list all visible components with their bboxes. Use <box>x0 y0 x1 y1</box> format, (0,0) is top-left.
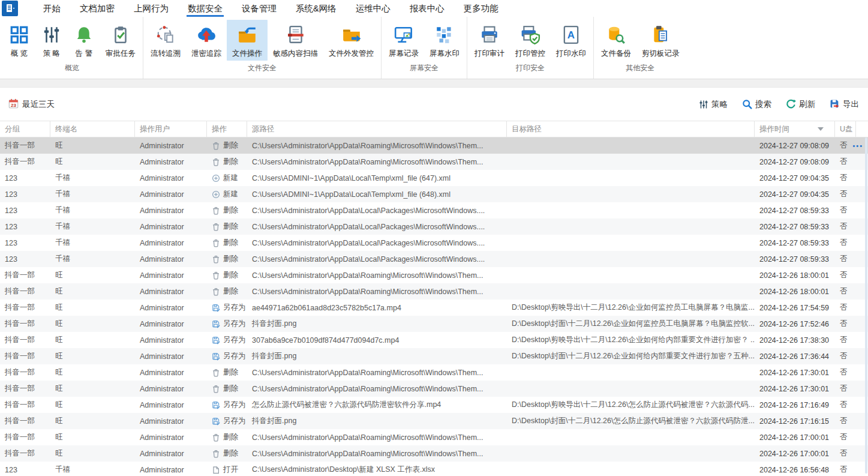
leak-cloud-icon <box>196 24 217 46</box>
cell-user: Administrator <box>135 369 207 377</box>
trace-cycle-icon <box>155 24 176 46</box>
column-header-group[interactable]: 分组 <box>0 121 50 137</box>
search-action-button[interactable]: 搜索 <box>742 99 771 110</box>
cell-usb: 否 <box>835 384 856 394</box>
cell-group: 抖音一部 <box>0 416 50 426</box>
cell-time: 2024-12-26 17:30:01 <box>755 369 835 377</box>
export-action-button[interactable]: 导出 <box>830 99 859 110</box>
cell-dst: D:\Desktop\封面\十二月\12.26\企业如何监控员工电脑屏幕？电脑监… <box>507 319 755 329</box>
table-row[interactable]: 抖音一部旺Administrator删除C:\Users\Administrat… <box>0 445 868 462</box>
ribbon-group-buttons: 打印审计打印管控A打印水印 <box>469 17 591 61</box>
column-header-terminal[interactable]: 终端名 <box>50 121 135 137</box>
trash-icon <box>212 255 220 264</box>
cell-terminal: 旺 <box>50 400 135 410</box>
table-row[interactable]: 抖音一部旺Administrator另存为抖音封面.pngD:\Desktop\… <box>0 413 868 429</box>
menu-tab-1[interactable]: 开始 <box>34 0 70 17</box>
trash-icon <box>212 369 220 377</box>
table-row[interactable]: 抖音一部旺Administrator删除C:\Users\Administrat… <box>0 154 868 170</box>
menu-tab-6[interactable]: 系统&网络 <box>286 0 346 17</box>
ribbon-button-alert-bell[interactable]: 告 警 <box>68 20 100 61</box>
table-row[interactable]: 抖音一部旺Administrator删除C:\Users\Administrat… <box>0 283 868 300</box>
menu-tab-3[interactable]: 上网行为 <box>124 0 178 17</box>
table-row[interactable]: 抖音一部旺Administrator删除C:\Users\Administrat… <box>0 381 868 397</box>
ribbon-button-clipboard-record[interactable]: 剪切板记录 <box>636 20 685 61</box>
table-row[interactable]: 抖音一部旺Administrator另存为怎么防止源代码被泄密？六款源代码防泄密… <box>0 397 868 413</box>
column-header-time[interactable]: 操作时间 <box>755 121 835 137</box>
column-header-user[interactable]: 操作用户 <box>135 121 207 137</box>
table-row[interactable]: 抖音一部旺Administrator另存为307ab6a9ce7b0109df8… <box>0 332 868 348</box>
ribbon-group-1: 概 览策 略告 警审批任务概览 <box>1 17 143 79</box>
cell-usb: 否 <box>835 254 856 264</box>
ribbon: 概 览策 略告 警审批任务概览流转追溯泄密追踪文件操作敏感内容扫描文件外发管控文… <box>0 17 868 79</box>
save-as-icon <box>212 336 220 345</box>
save-as-icon <box>212 352 220 361</box>
ribbon-button-leak-cloud[interactable]: 泄密追踪 <box>186 20 227 61</box>
cell-op: 删除 <box>207 432 247 442</box>
table-row[interactable]: 抖音一部旺Administrator另存为抖音封面.pngD:\Desktop\… <box>0 316 868 332</box>
ribbon-button-screen-watermark[interactable]: 屏幕水印 <box>424 20 465 61</box>
table-row[interactable]: 抖音一部旺Administrator删除C:\Users\Administrat… <box>0 267 868 283</box>
column-header-usb[interactable]: U盘 <box>835 121 856 137</box>
cell-usb: 否 <box>835 157 856 167</box>
ribbon-button-screen-record[interactable]: 屏幕记录 <box>383 20 424 61</box>
ribbon-button-overview-grid[interactable]: 概 览 <box>3 20 35 61</box>
ribbon-button-trace-cycle[interactable]: 流转追溯 <box>145 20 186 61</box>
ribbon-button-print-control[interactable]: 打印管控 <box>510 20 551 61</box>
file-outgoing-icon <box>341 24 362 46</box>
ribbon-button-file-backup[interactable]: 文件备份 <box>596 20 636 61</box>
cell-src: C:\Users\Administrator\AppData\Local\Pac… <box>247 223 507 231</box>
cell-usb: 否 <box>835 448 856 459</box>
column-header-src[interactable]: 源路径 <box>247 121 507 137</box>
screen-watermark-icon <box>434 24 455 46</box>
table-row[interactable]: 抖音一部旺Administrator另存为抖音封面.pngD:\Desktop\… <box>0 348 868 364</box>
ribbon-group-buttons: 概 览策 略告 警审批任务 <box>3 17 141 61</box>
ribbon-button-print-watermark[interactable]: A打印水印 <box>551 20 591 61</box>
table-row[interactable]: 123千禧Administrator删除C:\Users\Administrat… <box>0 235 868 251</box>
ribbon-button-policy-sliders[interactable]: 策 略 <box>35 20 68 61</box>
ribbon-button-label: 打印水印 <box>556 50 586 58</box>
table-row[interactable]: 123千禧Administrator新建C:\Users\ADMINI~1\Ap… <box>0 170 868 186</box>
column-header-label: 操作 <box>212 124 227 134</box>
cell-op: 删除 <box>207 367 247 378</box>
menu-tab-4[interactable]: 数据安全 <box>178 0 232 17</box>
cell-group: 抖音一部 <box>0 432 50 442</box>
menu-tab-8[interactable]: 报表中心 <box>400 0 454 17</box>
table-row[interactable]: 123千禧Administrator删除C:\Users\Administrat… <box>0 218 868 235</box>
ribbon-button-label: 泄密追踪 <box>191 50 221 58</box>
menu-tab-7[interactable]: 运维中心 <box>346 0 400 17</box>
table-row[interactable]: 123千禧Administrator打开C:\Users\Administrat… <box>0 462 868 476</box>
cell-terminal: 千禧 <box>50 238 135 248</box>
table-row[interactable]: 抖音一部旺Administrator删除C:\Users\Administrat… <box>0 137 868 154</box>
ribbon-button-file-ops-folder[interactable]: 文件操作 <box>227 20 268 61</box>
table-row[interactable]: 抖音一部旺Administrator另存为ae44971a62b061aad8d… <box>0 300 868 316</box>
ribbon-button-file-outgoing[interactable]: 文件外发管控 <box>323 20 379 61</box>
table-row[interactable]: 抖音一部旺Administrator删除C:\Users\Administrat… <box>0 364 868 381</box>
cell-dst: D:\Desktop\剪映导出\十二月\12.26\企业如何监控员工电脑屏幕？电… <box>507 303 755 313</box>
operation-label: 另存为 <box>223 335 246 345</box>
table-row[interactable]: 123千禧Administrator删除C:\Users\Administrat… <box>0 251 868 267</box>
ribbon-button-approval-clipboard[interactable]: 审批任务 <box>100 20 141 61</box>
ribbon-group-label: 其他安全 <box>596 61 685 79</box>
menu-tab-5[interactable]: 设备管理 <box>232 0 286 17</box>
table-row[interactable]: 抖音一部旺Administrator删除C:\Users\Administrat… <box>0 429 868 445</box>
app-logo-icon[interactable] <box>2 1 18 16</box>
ribbon-button-print-audit[interactable]: 打印审计 <box>469 20 510 61</box>
cell-group: 抖音一部 <box>0 351 50 361</box>
cell-time: 2024-12-26 18:00:01 <box>755 288 835 296</box>
app-logo-glyph <box>5 3 16 14</box>
ribbon-button-content-scan[interactable]: 敏感内容扫描 <box>268 20 323 61</box>
operation-label: 删除 <box>223 221 238 232</box>
date-range-filter[interactable]: 23 最近三天 <box>8 98 55 110</box>
cell-terminal: 旺 <box>50 351 135 361</box>
cell-op: 删除 <box>207 140 247 151</box>
table-row[interactable]: 123千禧Administrator删除C:\Users\Administrat… <box>0 202 868 218</box>
menu-tab-2[interactable]: 文档加密 <box>70 0 124 17</box>
table-row[interactable]: 123千禧Administrator新建C:\Users\ADMINI~1\Ap… <box>0 186 868 202</box>
column-header-op[interactable]: 操作 <box>207 121 247 137</box>
menu-tab-9[interactable]: 更多功能 <box>454 0 508 17</box>
vertical-scrollbar[interactable] <box>865 137 867 474</box>
row-more-actions-button[interactable]: ••• <box>852 137 863 154</box>
refresh-action-button[interactable]: 刷新 <box>786 99 815 110</box>
policy-sliders-action-button[interactable]: 策略 <box>699 99 728 110</box>
column-header-dst[interactable]: 目标路径 <box>507 121 755 137</box>
